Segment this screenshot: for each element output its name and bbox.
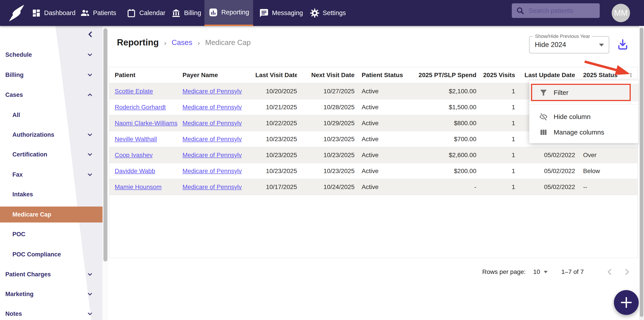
patient-link[interactable]: Roderich Gorhardt xyxy=(115,104,166,111)
page-scrollbar[interactable] xyxy=(639,26,644,320)
status-cell: Active xyxy=(354,104,406,111)
payer-link[interactable]: Medicare of Pennsylv xyxy=(182,88,242,95)
last-visit-cell: 10/23/2025 xyxy=(255,168,297,175)
previous-page-icon[interactable] xyxy=(604,267,614,277)
visits-cell: 1 xyxy=(476,168,515,175)
page-scrollbar-thumb[interactable] xyxy=(640,28,643,317)
app-logo-icon[interactable] xyxy=(6,3,26,23)
rows-per-page-select[interactable]: 10 xyxy=(533,268,548,275)
nav-item-billing[interactable]: Billing xyxy=(171,0,201,26)
filter-icon xyxy=(539,88,548,97)
sidebar-item-all[interactable]: All xyxy=(0,107,102,123)
sidebar-scrollbar[interactable] xyxy=(102,26,108,320)
next-visit-cell: 10/28/2025 xyxy=(297,104,354,111)
patient-link[interactable]: Scottie Eplate xyxy=(115,88,153,95)
table-row[interactable]: Mamie Hounsom Medicare of Pennsylv 10/17… xyxy=(110,179,638,195)
breadcrumb-root[interactable]: Reporting xyxy=(117,38,159,48)
sidebar-item-billing[interactable]: Billing xyxy=(0,67,102,83)
patient-link[interactable]: Naomi Clarke-Williams xyxy=(115,120,178,127)
breadcrumb-separator: › xyxy=(164,39,166,47)
menu-item-filter[interactable]: Filter xyxy=(529,84,638,102)
reporting-icon xyxy=(208,8,218,17)
sidebar-item-cases[interactable]: Cases xyxy=(0,87,102,103)
breadcrumb-current: Medicare Cap xyxy=(205,38,250,47)
table-row[interactable]: Davidde Wabb Medicare of Pennsylv 10/23/… xyxy=(110,163,638,179)
spend-cell: $200.00 xyxy=(406,168,476,175)
main-content: Reporting › Cases › Medicare Cap Show/Hi… xyxy=(108,26,639,320)
download-icon xyxy=(616,38,629,51)
dropdown-arrow-icon xyxy=(599,44,604,47)
menu-item-hide-column[interactable]: Hide column xyxy=(529,109,638,125)
col-header-spend[interactable]: 2025 PT/SLP Spend xyxy=(406,72,476,79)
col-header-patient[interactable]: Patient xyxy=(110,72,182,79)
menu-item-manage-columns[interactable]: Manage columns xyxy=(529,124,638,141)
col-header-last-update[interactable]: Last Update Date xyxy=(515,72,575,79)
sidebar-item-fax[interactable]: Fax xyxy=(0,167,102,183)
table-pagination: Rows per page: 10 1–7 of 7 xyxy=(109,258,638,286)
patient-link[interactable]: Mamie Hounsom xyxy=(115,183,162,190)
nav-item-patients[interactable]: Patients xyxy=(80,0,116,26)
rows-per-page-value: 10 xyxy=(533,268,540,275)
breadcrumb: Reporting › Cases › Medicare Cap xyxy=(117,38,251,48)
download-button[interactable] xyxy=(616,38,629,51)
payer-link[interactable]: Medicare of Pennsylv xyxy=(182,104,242,111)
show-hide-previous-year-select[interactable]: Show/Hide Previous Year Hide 2024 xyxy=(529,36,609,53)
patient-search xyxy=(512,3,600,18)
rows-per-page-label: Rows per page: xyxy=(482,268,526,275)
payer-link[interactable]: Medicare of Pennsylv xyxy=(182,120,242,127)
col-header-next-visit[interactable]: Next Visit Date xyxy=(297,72,354,79)
breadcrumb-cases-link[interactable]: Cases xyxy=(172,38,192,47)
patient-link[interactable]: Davidde Wabb xyxy=(115,168,155,174)
patient-link[interactable]: Neville Walthall xyxy=(115,136,157,143)
table-row[interactable]: Coop Ivashev Medicare of Pennsylv 10/23/… xyxy=(110,147,638,163)
sidebar-item-poc-compliance[interactable]: POC Compliance xyxy=(0,246,102,262)
next-visit-cell: 10/29/2025 xyxy=(297,120,354,127)
dashboard-icon xyxy=(32,9,41,18)
payer-link[interactable]: Medicare of Pennsylv xyxy=(182,183,242,190)
status-cell: Active xyxy=(354,120,406,127)
add-button-fab[interactable] xyxy=(614,290,639,315)
sidebar-item-schedule[interactable]: Schedule xyxy=(0,47,102,63)
nav-item-messaging[interactable]: Messaging xyxy=(259,0,303,26)
bank-icon xyxy=(171,8,181,18)
col-header-patient-status[interactable]: Patient Status xyxy=(354,72,406,79)
user-avatar[interactable]: MM xyxy=(612,4,630,22)
payer-link[interactable]: Medicare of Pennsylv xyxy=(182,168,242,174)
sidebar-item-certification[interactable]: Certification xyxy=(0,146,102,162)
last-visit-cell: 10/22/2025 xyxy=(255,120,297,127)
col-header-2025-status[interactable]: 2025 Status xyxy=(575,72,628,79)
last-visit-cell: 10/23/2025 xyxy=(255,136,297,143)
nav-item-calendar[interactable]: Calendar xyxy=(126,0,166,26)
sidebar-item-authorizations[interactable]: Authorizations xyxy=(0,127,102,143)
sidebar-item-notes[interactable]: Notes xyxy=(0,306,102,320)
col-header-visits[interactable]: 2025 Visits xyxy=(476,72,515,79)
next-page-icon[interactable] xyxy=(622,267,632,277)
payer-link[interactable]: Medicare of Pennsylv xyxy=(182,152,242,158)
sidebar-scrollbar-thumb[interactable] xyxy=(104,28,108,261)
sidebar-item-poc[interactable]: POC xyxy=(0,226,102,242)
menu-item-label: Manage columns xyxy=(554,129,604,136)
col-header-payer[interactable]: Payer Name xyxy=(182,72,255,79)
nav-label: Patients xyxy=(93,9,116,17)
chevron-down-icon xyxy=(86,51,93,58)
select-value: Hide 2024 xyxy=(535,37,566,53)
sidebar-collapse-button[interactable] xyxy=(86,30,95,39)
cap-status-cell: Over xyxy=(575,152,628,159)
status-cell: Active xyxy=(354,152,406,159)
search-input[interactable] xyxy=(528,7,594,15)
spend-cell: - xyxy=(406,183,476,191)
sidebar-item-patient-charges[interactable]: Patient Charges xyxy=(0,266,102,282)
sidebar-item-marketing[interactable]: Marketing xyxy=(0,286,102,302)
nav-item-reporting-active[interactable]: Reporting xyxy=(204,0,253,26)
nav-item-dashboard[interactable]: Dashboard xyxy=(32,0,76,26)
col-header-last-visit[interactable]: Last Visit Date xyxy=(255,72,297,79)
patient-link[interactable]: Coop Ivashev xyxy=(115,152,152,158)
last-visit-cell: 10/20/2025 xyxy=(255,88,297,95)
column-menu-kebab-icon[interactable] xyxy=(628,71,638,80)
dropdown-arrow-icon xyxy=(544,271,548,273)
sidebar-item-intakes[interactable]: Intakes xyxy=(0,186,102,202)
payer-link[interactable]: Medicare of Pennsylv xyxy=(182,136,242,143)
sidebar-item-medicare-cap[interactable]: Medicare Cap xyxy=(0,207,102,222)
updated-cell: 05/02/2022 xyxy=(515,183,575,191)
nav-item-settings[interactable]: Settings xyxy=(310,0,346,26)
